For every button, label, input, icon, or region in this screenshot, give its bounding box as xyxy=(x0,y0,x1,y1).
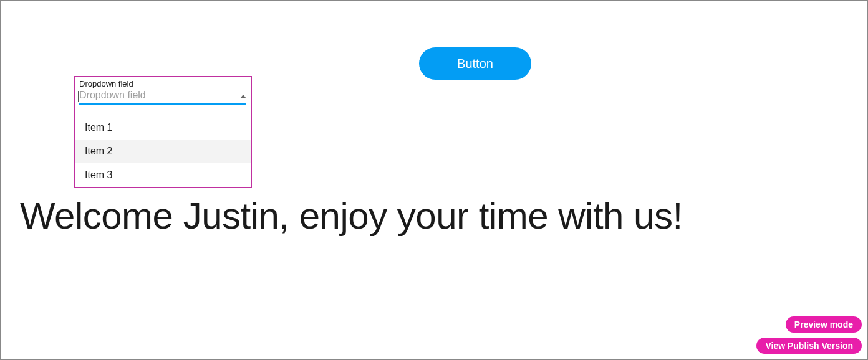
preview-mode-button[interactable]: Preview mode xyxy=(786,316,862,333)
chevron-up-icon[interactable] xyxy=(240,90,246,101)
dropdown-item[interactable]: Item 3 xyxy=(75,163,251,187)
view-publish-version-button[interactable]: View Publish Version xyxy=(756,338,862,354)
welcome-heading: Welcome Justin, enjoy your time with us! xyxy=(20,194,683,237)
dropdown-item[interactable]: Item 2 xyxy=(75,140,251,163)
text-cursor xyxy=(78,91,79,102)
svg-marker-0 xyxy=(240,95,246,98)
dropdown-placeholder: Dropdown field xyxy=(79,90,146,101)
dropdown-list: Item 1 Item 2 Item 3 xyxy=(75,116,251,187)
dropdown-field[interactable]: Dropdown field Dropdown field Item 1 Ite… xyxy=(74,76,252,188)
dropdown-label: Dropdown field xyxy=(75,77,251,88)
dropdown-item[interactable]: Item 1 xyxy=(75,116,251,140)
dropdown-input[interactable]: Dropdown field xyxy=(79,90,246,105)
primary-action-button[interactable]: Button xyxy=(419,47,531,80)
